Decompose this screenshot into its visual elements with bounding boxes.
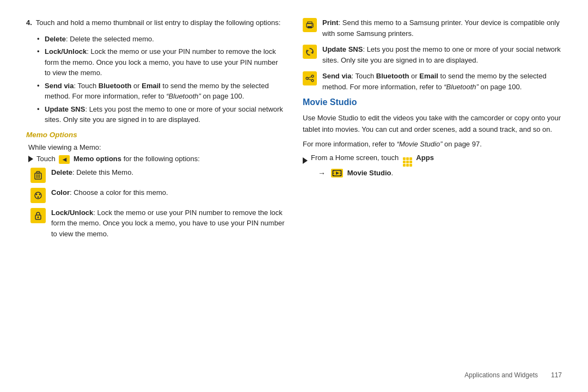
memo-options-button-icon: ◀ (59, 155, 70, 164)
color-icon-text: Color: Choose a color for this memo. (51, 187, 168, 198)
right-column: Print: Send this memo to a Samsung print… (303, 17, 562, 365)
update-sns-label: Update SNS (322, 45, 363, 53)
apps-cell (409, 164, 412, 167)
svg-point-6 (36, 193, 38, 195)
bluetooth-italic-ref: “Bluetooth” (166, 92, 201, 100)
svg-rect-27 (340, 175, 342, 176)
content-area: 4. Touch and hold a memo thumbnail or li… (26, 17, 562, 365)
movie-studio-desc: Use Movie Studio to edit the videos you … (303, 113, 562, 136)
send-via-row: Send via: Touch Bluetooth or Email to se… (303, 71, 562, 92)
update-sns-text: Update SNS: Lets you post the memo to on… (322, 44, 562, 65)
svg-point-15 (311, 75, 314, 77)
bullet-lock-label: Lock/Unlock (45, 47, 87, 56)
from-home-text: From a Home screen, touch Apps (311, 154, 434, 167)
bullet-sendvia-label: Send via (45, 82, 74, 90)
svg-rect-24 (333, 175, 334, 176)
lock-label: Lock/Unlock (51, 209, 93, 217)
send-via-label: Send via (322, 72, 351, 80)
svg-line-19 (308, 79, 311, 80)
apps-grid-icon (403, 157, 412, 167)
svg-point-8 (38, 196, 39, 198)
apps-label: Apps (416, 154, 434, 162)
svg-point-7 (39, 193, 41, 195)
color-label: Color (51, 188, 70, 197)
print-row: Print: Send this memo to a Samsung print… (303, 17, 562, 39)
update-sns-icon-box (303, 45, 317, 59)
lock-icon-box (30, 208, 46, 223)
trash-icon (34, 171, 42, 180)
icon-row-color: Color: Choose a color for this memo. (26, 187, 285, 203)
step4-intro: 4. Touch and hold a memo thumbnail or li… (26, 17, 285, 28)
memo-options-bold: Memo options (74, 155, 121, 163)
delete-icon-text: Delete: Delete this Memo. (51, 167, 133, 178)
bullet-delete-label: Delete (45, 35, 66, 43)
print-text: Print: Send this memo to a Samsung print… (322, 17, 562, 39)
svg-point-10 (38, 216, 39, 218)
lock-icon (34, 211, 42, 220)
movie-studio-icon (331, 169, 343, 177)
lock-icon-text: Lock/Unlock: Lock the memo or use your P… (51, 207, 285, 240)
print-icon-box (303, 18, 317, 32)
movie-studio-title: Movie Studio (303, 97, 562, 107)
sync-icon (305, 47, 314, 56)
film-icon (332, 169, 342, 177)
bullet-update-sns: Update SNS: Lets you post the memo to on… (36, 104, 285, 125)
movie-studio-subarrow: → Movie Studio. (318, 169, 562, 177)
apps-cell (403, 157, 406, 160)
printer-icon (305, 21, 314, 29)
bullet-send-via: Send via: Touch Bluetooth or Email to se… (36, 81, 285, 102)
page-number: 117 (551, 371, 562, 379)
svg-line-18 (308, 77, 311, 78)
apps-cell (403, 161, 406, 163)
color-icon-box (30, 188, 46, 203)
update-sns-row: Update SNS: Lets you post the memo to on… (303, 44, 562, 65)
svg-point-16 (306, 77, 308, 79)
svg-point-17 (311, 79, 314, 82)
apps-cell (409, 161, 412, 163)
bullet-lock-unlock: Lock/Unlock: Lock the memo or use your P… (36, 46, 285, 78)
send-via-icon-box (303, 71, 317, 85)
step4-text: Touch and hold a memo thumbnail or list … (36, 19, 280, 27)
page: 4. Touch and hold a memo thumbnail or li… (0, 0, 588, 392)
movie-studio-ref: For more information, refer to “Movie St… (303, 140, 562, 148)
movie-studio-italic: “Movie Studio” (397, 140, 443, 148)
svg-rect-22 (333, 170, 334, 171)
page-footer: Applications and Widgets 117 (26, 371, 562, 379)
svg-rect-12 (308, 26, 312, 28)
apps-cell (403, 164, 406, 167)
delete-label: Delete (51, 168, 72, 176)
send-via-text: Send via: Touch Bluetooth or Email to se… (322, 71, 562, 92)
from-home-row: From a Home screen, touch Apps (303, 154, 562, 167)
right-arrow-triangle (303, 157, 308, 164)
footer-left-text: Applications and Widgets (464, 371, 538, 379)
svg-rect-26 (340, 173, 342, 174)
delete-icon-box (30, 168, 46, 183)
apps-cell (406, 161, 409, 163)
svg-rect-25 (340, 170, 342, 171)
apps-cell (409, 157, 412, 160)
icon-row-delete: Delete: Delete this Memo. (26, 167, 285, 183)
touch-label: Touch ◀ Memo options for the following o… (36, 155, 200, 164)
svg-point-14 (311, 24, 313, 26)
apps-cell (406, 164, 409, 167)
step-number: 4. (26, 19, 32, 27)
share-icon (305, 74, 314, 83)
left-column: 4. Touch and hold a memo thumbnail or li… (26, 17, 285, 365)
touch-memo-options-row: Touch ◀ Memo options for the following o… (26, 155, 285, 164)
sub-arrow-char: → (318, 169, 326, 177)
bullet-list: Delete: Delete the selected memo. Lock/U… (26, 34, 285, 125)
while-viewing-text: While viewing a Memo: (26, 143, 285, 151)
apps-cell (406, 157, 409, 160)
palette-icon (34, 191, 42, 200)
svg-rect-23 (333, 173, 334, 174)
icon-row-lock: Lock/Unlock: Lock the memo or use your P… (26, 207, 285, 240)
bullet-sns-label: Update SNS (45, 105, 85, 113)
svg-marker-21 (336, 171, 339, 175)
svg-rect-1 (36, 171, 40, 173)
print-label: Print (322, 19, 339, 27)
svg-rect-13 (308, 22, 312, 24)
bullet-delete: Delete: Delete the selected memo. (36, 34, 285, 45)
movie-studio-nav-label: Movie Studio (347, 169, 391, 177)
memo-options-title: Memo Options (26, 131, 285, 139)
arrow-triangle-icon (28, 156, 33, 162)
